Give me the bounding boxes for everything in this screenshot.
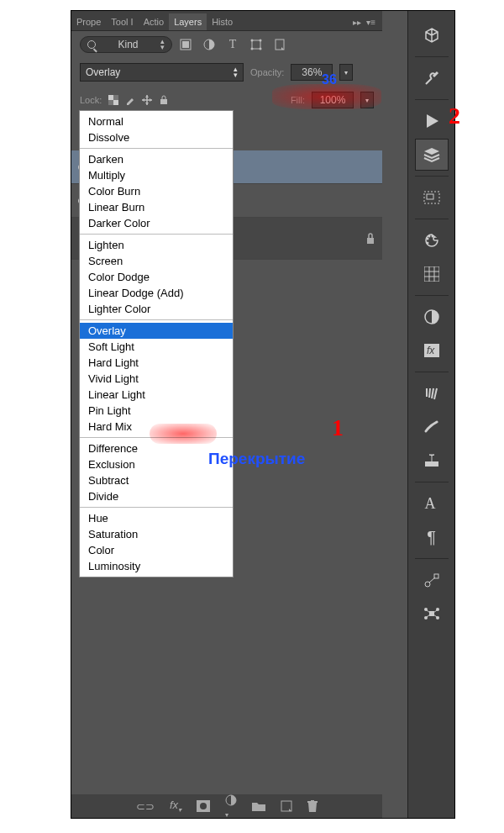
- blend-mode-option[interactable]: Hard Light: [80, 355, 233, 371]
- blend-mode-option[interactable]: Luminosity: [80, 558, 233, 574]
- blend-mode-option[interactable]: Color: [80, 542, 233, 558]
- select-arrows-icon: ▴▾: [160, 39, 165, 50]
- dock-character-icon[interactable]: A: [415, 488, 449, 519]
- svg-rect-13: [160, 99, 167, 104]
- layer-mask-icon[interactable]: [197, 800, 210, 812]
- blend-mode-select[interactable]: Overlay ▴▾: [80, 63, 244, 82]
- blend-mode-option[interactable]: Subtract: [80, 472, 233, 488]
- delete-layer-icon[interactable]: [307, 800, 318, 812]
- blend-mode-value: Overlay: [86, 66, 120, 78]
- blend-mode-option[interactable]: Multiply: [80, 167, 233, 183]
- dock-paths-icon[interactable]: [415, 564, 449, 596]
- blend-mode-option[interactable]: Darker Color: [80, 215, 233, 231]
- svg-point-22: [428, 235, 430, 238]
- menu-icon[interactable]: ▾≡: [366, 18, 375, 27]
- blend-mode-option[interactable]: Linear Burn: [80, 199, 233, 215]
- filter-type-icon[interactable]: T: [226, 38, 239, 51]
- dock-paragraph-icon[interactable]: ¶: [415, 521, 449, 553]
- filter-kind-select[interactable]: Kind ▴▾: [80, 36, 172, 53]
- opacity-label[interactable]: Opacity:: [250, 67, 284, 77]
- fill-value[interactable]: 100%: [312, 92, 354, 108]
- dock-brushes-icon[interactable]: [415, 377, 449, 409]
- filter-kind-label: Kind: [118, 39, 138, 50]
- blend-mode-option[interactable]: Soft Light: [80, 339, 233, 355]
- blend-mode-option[interactable]: Hue: [80, 510, 233, 526]
- layers-bottom-toolbar: ⊂⊃ fx▾ ▾: [71, 794, 382, 818]
- svg-rect-36: [429, 611, 434, 616]
- tab-tool[interactable]: Tool I: [106, 13, 138, 30]
- blend-mode-dropdown[interactable]: NormalDissolveDarkenMultiplyColor BurnLi…: [79, 110, 234, 577]
- opacity-dropdown-button[interactable]: ▾: [339, 64, 353, 81]
- svg-rect-9: [108, 95, 113, 100]
- new-group-icon[interactable]: [252, 801, 265, 811]
- dock-color-icon[interactable]: [415, 224, 449, 256]
- tab-history[interactable]: Histo: [207, 13, 238, 30]
- fill-label[interactable]: Fill:: [291, 95, 305, 105]
- blend-mode-option[interactable]: Vivid Light: [80, 371, 233, 387]
- lock-all-icon[interactable]: [159, 95, 169, 105]
- blend-mode-option[interactable]: Overlay: [80, 323, 233, 339]
- dock-play-icon[interactable]: [415, 105, 449, 137]
- filter-smart-icon[interactable]: [273, 38, 286, 51]
- dock-clone-source-icon[interactable]: [415, 445, 449, 477]
- new-layer-icon[interactable]: [281, 800, 292, 812]
- blend-mode-option[interactable]: Linear Dodge (Add): [80, 285, 233, 301]
- dock-styles-icon[interactable]: fx: [415, 335, 449, 366]
- adjustment-layer-icon[interactable]: ▾: [225, 794, 237, 819]
- dock-brush-presets-icon[interactable]: [415, 411, 449, 443]
- lock-pixels-icon[interactable]: [125, 95, 135, 105]
- annotation-overlay-translation: Перекрытие: [208, 450, 305, 468]
- blend-mode-option[interactable]: Lighter Color: [80, 301, 233, 317]
- tab-layers[interactable]: Layers: [169, 13, 207, 30]
- dock-swatches-icon[interactable]: [415, 258, 449, 290]
- expand-icon[interactable]: ▸▸: [353, 18, 361, 27]
- svg-rect-1: [182, 41, 189, 48]
- svg-rect-10: [113, 100, 118, 105]
- filter-icons: T: [179, 38, 286, 51]
- svg-point-4: [251, 40, 254, 42]
- annotation-36: 36: [322, 72, 337, 87]
- svg-rect-12: [108, 100, 113, 105]
- svg-rect-3: [252, 40, 260, 49]
- dock-layers-icon[interactable]: [415, 139, 449, 171]
- blend-mode-option[interactable]: Normal: [80, 113, 233, 129]
- blend-mode-option[interactable]: Hard Mix: [80, 419, 233, 435]
- lock-position-icon[interactable]: [142, 95, 152, 105]
- blend-mode-option[interactable]: Color Burn: [80, 183, 233, 199]
- svg-point-5: [260, 40, 262, 42]
- filter-adjustment-icon[interactable]: [202, 38, 216, 51]
- blend-mode-option[interactable]: Darken: [80, 151, 233, 167]
- blend-mode-option[interactable]: Screen: [80, 253, 233, 269]
- layer-style-icon[interactable]: fx▾: [170, 799, 181, 814]
- svg-point-7: [260, 48, 262, 50]
- svg-point-16: [200, 803, 207, 809]
- blend-mode-option[interactable]: Linear Light: [80, 387, 233, 403]
- svg-point-6: [251, 48, 254, 50]
- blend-mode-option[interactable]: Pin Light: [80, 403, 233, 419]
- link-layers-icon[interactable]: ⊂⊃: [136, 800, 155, 813]
- lock-transparent-icon[interactable]: [108, 95, 118, 105]
- blend-mode-option[interactable]: Dissolve: [80, 129, 233, 145]
- blend-mode-option[interactable]: Divide: [80, 488, 233, 504]
- svg-point-24: [426, 242, 428, 245]
- blend-mode-option[interactable]: Lighten: [80, 237, 233, 253]
- svg-rect-11: [113, 95, 118, 100]
- filter-shape-icon[interactable]: [249, 38, 263, 51]
- tab-actions[interactable]: Actio: [139, 13, 169, 30]
- svg-point-21: [426, 238, 428, 240]
- tab-properties[interactable]: Prope: [71, 13, 106, 30]
- annotation-number-1: 1: [332, 414, 344, 441]
- svg-rect-20: [427, 194, 433, 199]
- fill-dropdown-button[interactable]: ▾: [360, 92, 374, 108]
- dock-3d-icon[interactable]: [415, 19, 449, 51]
- dock-navigator-icon[interactable]: [415, 182, 449, 214]
- blend-mode-option[interactable]: Color Dodge: [80, 269, 233, 285]
- dock-tools-icon[interactable]: [415, 62, 449, 94]
- filter-pixel-icon[interactable]: [179, 38, 192, 51]
- dock-adjustments-icon[interactable]: [415, 301, 449, 333]
- dock-channels-icon[interactable]: [415, 598, 449, 630]
- lock-icons: [108, 95, 169, 105]
- lock-label: Lock:: [80, 95, 102, 105]
- svg-rect-25: [424, 266, 439, 282]
- blend-mode-option[interactable]: Saturation: [80, 526, 233, 542]
